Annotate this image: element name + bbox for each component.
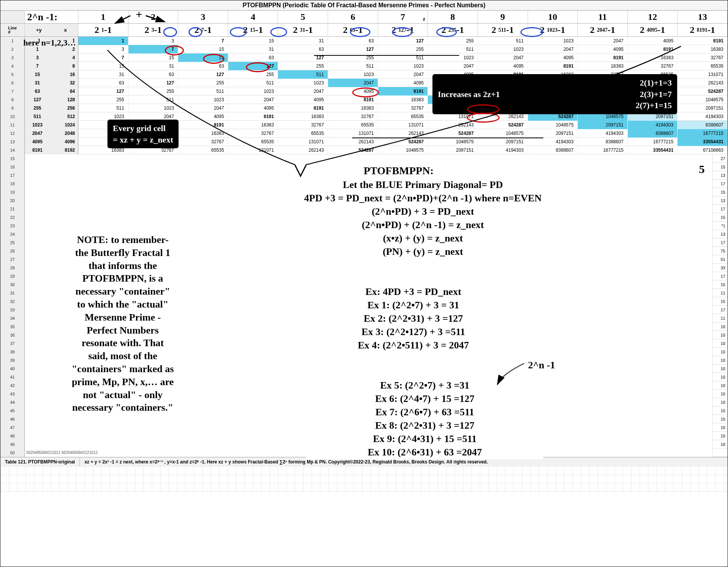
ex2-l4: Ex 8: (2^2•31) + 3 =127 [306,419,543,432]
data-cell: 1023 [528,37,578,45]
data-cell: 131071 [328,129,378,138]
line-num: 49 [0,440,25,449]
coltop-10: 10 [528,11,578,23]
footer-label: Table 121. PTOFBMPPN-original [0,458,80,466]
data-cell: 8191 [578,53,628,62]
line-num: 38 [0,348,25,356]
data-cell: 4194303 [628,121,678,129]
data-cell: 65535 [178,146,228,154]
blackbox2-title: Increases as 2z+1 [438,89,500,100]
data-cell: 2047 [328,79,378,87]
coltop-8: 8 [428,11,478,23]
fline-4: (x•z) + (y) = z_next [214,232,631,245]
data-cell: 4095 [478,62,528,70]
colsub-11: 2 2047-1 [578,24,628,36]
data-cell: 8191 [278,104,328,112]
data-cell: 1023 [428,53,478,62]
data-cell: 16383 [278,112,328,121]
line-num: 18 [0,180,25,188]
colsub-10: 2 1023-1 [528,24,578,36]
line-num: 2 [0,45,25,53]
line-num: 5 [0,70,25,79]
data-cell: 524287 [678,87,728,96]
data-cell: 16383 [328,104,378,112]
data-cell: 1023 [478,45,528,53]
data-cell: 255 [328,53,378,62]
data-cell: 32767 [328,112,378,121]
empty-mid [25,154,712,163]
tail-num: 10 [712,390,728,398]
line-num: 15 [0,154,25,163]
data-cell: 63 [328,37,378,45]
data-cell: 524287 [328,146,378,154]
data-cell: 16383 [178,129,228,138]
tail-num: 11 [712,289,728,297]
empty-mid [25,163,712,171]
tail-num: 13 [712,230,728,238]
blackbox1-l1: Every grid cell [113,123,173,134]
data-cell: 8191 [178,121,228,129]
line-hdr-txt: Line # [8,26,17,34]
tail-num: 13 [712,171,728,180]
colsub-1: 2 1-1 [78,24,128,36]
tail-num: 10 [712,407,728,415]
tail-num: 13 [712,196,728,205]
ex-block-1: Ex: 4PD +3 = PD_next Ex 1: (2^2•7) + 3 =… [295,285,532,352]
coltop-13: 13 [678,11,728,23]
line-num: 31 [0,289,25,297]
line-hdr: Line # [0,24,25,36]
data-cell: 255 [278,62,328,70]
line-num: 13 [0,138,25,146]
data-cell: 1023 [278,79,328,87]
tail-num: 17 [712,180,728,188]
data-cell: 2047 [278,87,328,96]
tail-num: 27 [712,154,728,163]
fline-0: Let the BLUE Primary Diagonal= PD [214,178,631,191]
line-num: 21 [0,205,25,213]
tail-num: 10 [712,373,728,381]
data-cell: 131071 [278,138,328,146]
data-cell: 16383 [378,96,428,104]
data-cell: 524287 [428,129,478,138]
data-cell: 1023 [328,70,378,79]
data-cell: 31 [178,53,228,62]
y-cell: 127128 [25,96,78,104]
data-cell: 1048575 [378,146,428,154]
y-cell: 1516 [25,70,78,79]
corner-formula: 2^n -1: [25,11,78,23]
data-cell: 127 [328,45,378,53]
empty-row: 1615 [0,163,728,171]
line-num: 28 [0,264,25,272]
tail-num: 17 [712,306,728,314]
y-cell: 78 [25,62,78,70]
data-cell: 511 [278,70,328,79]
coltop-5: 5 [278,11,328,23]
data-cell: 511 [328,62,378,70]
y-cell: 20472048 [25,129,78,138]
tail-num: 15 [712,297,728,306]
data-cell: 63 [228,53,278,62]
data-cell: 4095 [178,112,228,121]
data-cell: 1048575 [478,129,528,138]
data-cell: 127 [78,87,128,96]
data-cell: 31 [78,70,128,79]
data-cell: 31 [128,62,179,70]
data-cell: 7 [78,53,128,62]
tail-num: 10 [712,381,728,390]
line-num: 20 [0,196,25,205]
data-cell: 4095 [628,37,678,45]
ex-l4: Ex 4: (2^2•511) + 3 = 2047 [295,339,532,352]
blackbox-increase: Increases as 2z+1 2(1)+1=3 2(3)+1=7 2(7)… [432,74,677,114]
line-num: 10 [0,112,25,121]
data-cell: 2047 [428,62,478,70]
blackbox-gridcell: Every grid cell = xz + y = z_next [107,120,179,148]
x-hdr: x [64,27,67,33]
table-row: 4781531631272555111023204740958191163833… [0,62,728,70]
ex2-l6: Ex 10: (2^6•31) + 63 =2047 [306,446,543,459]
data-cell: 16383 [678,45,728,53]
tail-num: 10 [712,440,728,449]
tail-num: 33 [712,264,728,272]
data-cell: 63 [128,70,179,79]
data-cell: 511 [78,104,128,112]
data-cell: 262143 [378,129,428,138]
